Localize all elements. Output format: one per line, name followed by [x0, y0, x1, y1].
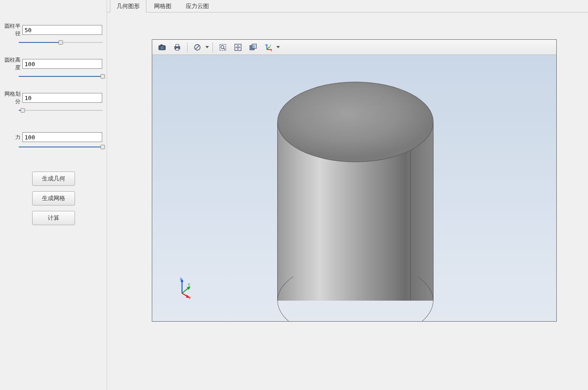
orientation-triad: z y x — [175, 277, 197, 299]
svg-line-8 — [196, 45, 199, 49]
transparency-button[interactable] — [246, 41, 260, 54]
svg-point-10 — [221, 45, 224, 48]
svg-line-22 — [182, 288, 189, 294]
svg-rect-3 — [161, 44, 163, 46]
slider-force[interactable] — [19, 144, 103, 150]
geometry-cylinder — [277, 82, 434, 301]
chevron-down-icon — [276, 46, 280, 49]
no-sign-dropdown[interactable] — [190, 41, 210, 54]
compute-button[interactable]: 计算 — [32, 211, 75, 225]
label-height: 圆柱高度 — [4, 56, 22, 71]
svg-text:z: z — [265, 43, 267, 46]
action-button-column: 生成几何 生成网格 计算 — [4, 172, 102, 225]
dropdown-arrow[interactable] — [275, 41, 281, 54]
sidebar-parameters: 圆柱半径 圆柱高度 网格划分 力 — [0, 0, 107, 390]
param-row-mesh: 网格划分 — [4, 90, 102, 105]
slider-radius[interactable] — [19, 39, 103, 46]
slider-wrap-mesh — [4, 107, 102, 113]
triad-z-label: z — [180, 277, 182, 281]
input-height[interactable] — [22, 59, 102, 69]
svg-text:y: y — [270, 43, 271, 46]
camera-snapshot-button[interactable] — [155, 41, 169, 54]
triad-y-label: y — [188, 282, 190, 286]
svg-text:x: x — [271, 49, 272, 52]
fit-to-window-button[interactable] — [231, 41, 245, 54]
axes-orientation-icon: z y x — [264, 43, 273, 52]
axes-orientation-button[interactable]: z y x — [261, 41, 275, 54]
tab-content-geometry: z y x — [107, 13, 588, 340]
label-radius: 圆柱半径 — [4, 22, 22, 38]
rubber-band-zoom-button[interactable] — [216, 41, 230, 54]
triad-icon: z y x — [175, 277, 197, 299]
label-mesh: 网格划分 — [4, 90, 22, 105]
axes-orientation-dropdown[interactable]: z y x — [261, 41, 281, 54]
slider-height[interactable] — [19, 73, 103, 80]
generate-mesh-button[interactable]: 生成网格 — [32, 191, 75, 205]
svg-rect-6 — [176, 48, 179, 50]
transparency-icon — [249, 43, 258, 52]
label-force: 力 — [4, 134, 22, 141]
input-force[interactable] — [22, 132, 102, 142]
param-row-height: 圆柱高度 — [4, 56, 102, 71]
tab-geometry[interactable]: 几何图形 — [110, 0, 146, 13]
toolbar-separator — [187, 42, 188, 52]
input-radius[interactable] — [22, 25, 102, 35]
viewer-frame: z y x — [152, 39, 557, 322]
fit-to-window-icon — [234, 43, 242, 52]
toolbar-separator — [213, 42, 213, 52]
param-row-force: 力 — [4, 132, 102, 142]
no-sign-icon — [193, 43, 202, 52]
slider-wrap-height — [4, 73, 102, 80]
svg-rect-5 — [176, 44, 179, 46]
camera-icon — [158, 43, 167, 52]
dropdown-arrow[interactable] — [204, 41, 210, 54]
svg-rect-14 — [252, 44, 257, 48]
no-sign-button[interactable] — [190, 41, 204, 54]
triad-x-label: x — [189, 295, 191, 299]
svg-line-11 — [224, 48, 225, 49]
viewer-toolbar: z y x — [152, 40, 556, 55]
main-area: 几何图形 网格图 应力云图 — [107, 0, 588, 390]
slider-wrap-force — [4, 144, 102, 150]
rubber-band-zoom-icon — [218, 43, 227, 52]
chevron-down-icon — [205, 46, 209, 49]
tab-mesh[interactable]: 网格图 — [147, 0, 178, 12]
print-button[interactable] — [170, 41, 184, 54]
tab-bar: 几何图形 网格图 应力云图 — [107, 0, 588, 13]
svg-point-2 — [161, 47, 163, 49]
tab-stress[interactable]: 应力云图 — [179, 0, 216, 12]
slider-mesh[interactable] — [19, 107, 103, 113]
print-icon — [173, 43, 182, 52]
param-row-radius: 圆柱半径 — [4, 22, 102, 38]
3d-viewport[interactable]: z y x — [152, 55, 556, 321]
input-mesh[interactable] — [22, 93, 102, 103]
slider-wrap-radius — [4, 39, 102, 46]
generate-geometry-button[interactable]: 生成几何 — [32, 172, 75, 186]
